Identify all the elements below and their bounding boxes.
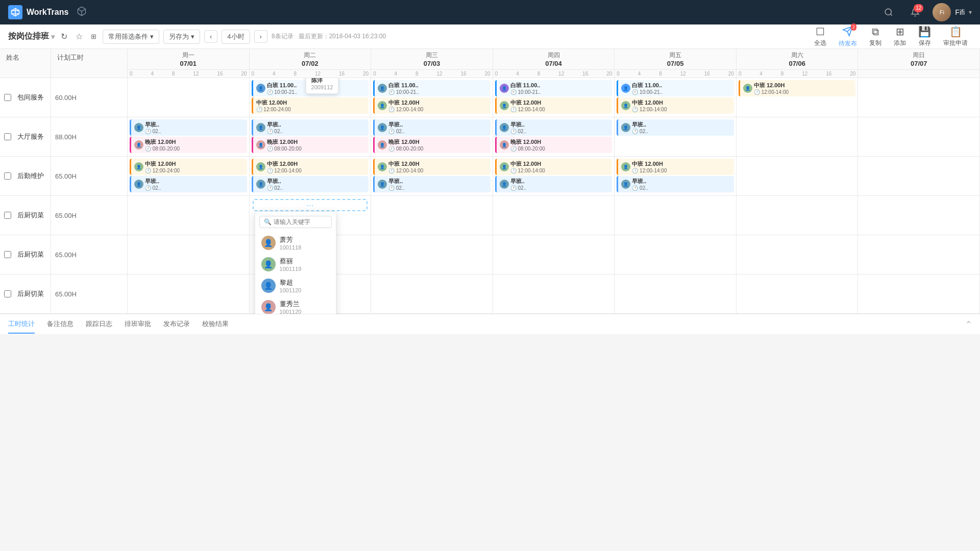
- day-cell-2-2[interactable]: 👤 中班 12.00H 🕛 12:00-14:00 👤 早班..: [371, 157, 493, 195]
- save-action[interactable]: 💾 保存: [914, 23, 935, 49]
- day-cell-1-3[interactable]: 👤 早班.. 🕐 02.. 👤 晚班 12.00H: [493, 117, 615, 156]
- tab-tracking[interactable]: 跟踪日志: [86, 315, 112, 334]
- day-cell-4-4[interactable]: [615, 235, 737, 274]
- day-cell-3-3[interactable]: [493, 196, 615, 235]
- shift-card[interactable]: 👤 早班.. 🕐 02..: [617, 176, 734, 192]
- employee-item-0[interactable]: 👤 萧芳 1001118: [255, 232, 336, 254]
- day-cell-5-2[interactable]: [371, 274, 493, 313]
- day-cell-2-6[interactable]: [858, 157, 980, 195]
- shift-card[interactable]: 👤 白班 11.00.. 🕙 10:00-21..: [617, 80, 734, 96]
- user-menu[interactable]: Fi Fifi ▾: [933, 3, 972, 21]
- day-cell-0-0[interactable]: [128, 78, 250, 117]
- day-cell-0-5[interactable]: 👤 中班 12.00H 🕛 12:00-14:00: [737, 78, 859, 117]
- shift-card[interactable]: 👤 早班.. 🕐 02..: [373, 119, 491, 136]
- pending-action[interactable]: 2 待发布: [835, 23, 861, 50]
- save-as-button[interactable]: 另存为 ▾: [163, 30, 200, 44]
- row-checkbox-3[interactable]: [0, 196, 15, 235]
- title-dropdown-arrow[interactable]: ▾: [51, 33, 55, 41]
- add-shift-button[interactable]: ···: [253, 199, 368, 211]
- day-cell-1-6[interactable]: [858, 117, 980, 156]
- tab-review[interactable]: 排班审批: [125, 315, 151, 334]
- day-cell-1-4[interactable]: 👤 早班.. 🕐 02..: [615, 117, 737, 156]
- day-cell-1-2[interactable]: 👤 早班.. 🕐 02.. 👤 晚班 12.00H: [371, 117, 493, 156]
- day-cell-5-3[interactable]: [493, 274, 615, 313]
- day-cell-3-5[interactable]: [737, 196, 859, 235]
- add-action[interactable]: ⊞ 添加: [890, 23, 910, 49]
- shift-card[interactable]: 👤 中班 12.00H 🕛 12:00-14:00: [252, 159, 369, 175]
- tab-worktime[interactable]: 工时统计: [8, 315, 35, 334]
- day-cell-3-4[interactable]: [615, 196, 737, 235]
- tab-remarks[interactable]: 备注信息: [47, 315, 74, 334]
- shift-card[interactable]: 👤 晚班 12.00H 🕗 08:00-20:00: [252, 137, 369, 153]
- shift-card[interactable]: 👤 早班.. 🕐 02..: [130, 119, 247, 136]
- tab-publish[interactable]: 发布记录: [163, 315, 190, 334]
- shift-card[interactable]: 👤 早班.. 🕐 02..: [495, 176, 612, 192]
- day-cell-4-3[interactable]: [493, 235, 615, 274]
- row-checkbox-5[interactable]: [0, 274, 15, 313]
- day-cell-4-2[interactable]: [371, 235, 493, 274]
- shift-card[interactable]: 👤 晚班 12.00H 🕗 08:00-20:00: [495, 137, 612, 153]
- checkbox-2[interactable]: [4, 172, 11, 180]
- checkbox-4[interactable]: [4, 251, 11, 258]
- day-cell-3-2[interactable]: [371, 196, 493, 235]
- day-cell-4-5[interactable]: [737, 235, 859, 274]
- day-cell-0-4[interactable]: 👤 白班 11.00.. 🕙 10:00-21.. 👤 中班 12.00H: [615, 78, 737, 117]
- day-cell-1-1[interactable]: 👤 早班.. 🕐 02.. 👤 晚班 12.00H: [250, 117, 372, 156]
- employee-item-2[interactable]: 👤 黎超 1001120: [255, 275, 336, 296]
- logo[interactable]: WorkTrans: [8, 5, 68, 19]
- day-cell-0-2[interactable]: 👤 白班 11.00.. 🕙 10:00-21.. 👤 中班 12.00H: [371, 78, 493, 117]
- shift-card[interactable]: 👤 中班 12.00H 🕛 12:00-14:00: [495, 159, 612, 175]
- select-all-action[interactable]: ☐ 全选: [810, 23, 830, 49]
- checkbox-5[interactable]: [4, 290, 11, 297]
- star-button[interactable]: ☆: [74, 30, 85, 43]
- copy-action[interactable]: ⧉ 复制: [865, 24, 886, 49]
- checkbox-3[interactable]: [4, 212, 11, 219]
- filter-button[interactable]: 常用筛选条件 ▾: [103, 30, 159, 44]
- shift-card[interactable]: 👤 中班 12.00H 🕛 12:00-14:00: [373, 97, 491, 114]
- shift-card[interactable]: 👤 中班 12.00H 🕛 12:00-14:00: [617, 97, 734, 114]
- expand-button[interactable]: ⌃: [965, 319, 972, 329]
- shift-card[interactable]: 👤 早班.. 🕐 02..: [617, 119, 734, 136]
- employee-search-input[interactable]: [274, 218, 327, 226]
- day-cell-1-5[interactable]: [737, 117, 859, 156]
- day-cell-5-6[interactable]: [858, 274, 980, 313]
- day-cell-0-1[interactable]: 👤 白班 11.00.. 🕙 10:00-21.. 中班 12.00H 🕛 12…: [250, 78, 372, 117]
- employee-item-3[interactable]: 👤 董秀兰 1001120: [255, 296, 336, 314]
- shift-card[interactable]: 👤 早班.. 🕐 02..: [252, 119, 369, 136]
- prev-time-button[interactable]: ‹: [204, 30, 217, 43]
- day-cell-5-4[interactable]: [615, 274, 737, 313]
- day-cell-2-0[interactable]: 👤 中班 12.00H 🕛 12:00-24:00 👤 早班..: [128, 157, 250, 195]
- row-checkbox-4[interactable]: [0, 235, 15, 274]
- shift-card[interactable]: 👤 中班 12.00H 🕛 12:00-14:00: [495, 97, 612, 114]
- shift-card[interactable]: 👤 晚班 12.00H 🕗 08:00-20:00: [130, 137, 247, 153]
- tab-validate[interactable]: 校验结果: [202, 315, 229, 334]
- review-action[interactable]: 📋 审批申请: [939, 23, 972, 49]
- shift-card[interactable]: 👤 中班 12.00H 🕛 12:00-24:00: [130, 159, 247, 175]
- time-range-button[interactable]: 4小时: [222, 30, 250, 44]
- search-button[interactable]: [879, 3, 898, 21]
- row-checkbox-1[interactable]: [0, 117, 15, 156]
- day-cell-3-1[interactable]: ··· 🔍 👤 萧芳 1001118: [250, 196, 372, 235]
- day-cell-0-6[interactable]: [858, 78, 980, 117]
- day-cell-2-5[interactable]: [737, 157, 859, 195]
- shift-card[interactable]: 👤 白班 11.00.. 🕙 10:00-21..: [495, 80, 612, 96]
- shift-card[interactable]: 👤 白班 11.00.. 🕙 10:00-21..: [373, 80, 491, 96]
- notification-button[interactable]: 12: [906, 3, 924, 21]
- next-time-button[interactable]: ›: [254, 30, 267, 43]
- day-cell-2-1[interactable]: 👤 中班 12.00H 🕛 12:00-14:00 👤 早班..: [250, 157, 372, 195]
- day-cell-2-3[interactable]: 👤 中班 12.00H 🕛 12:00-14:00 👤 早班..: [493, 157, 615, 195]
- checkbox-1[interactable]: [4, 133, 11, 140]
- shift-card[interactable]: 👤 晚班 12.00H 🕗 08:00-20:00: [373, 137, 491, 153]
- day-cell-1-0[interactable]: 👤 早班.. 🕐 02.. 👤 晚班 12.00H: [128, 117, 250, 156]
- shift-card[interactable]: 👤 中班 12.00H 🕛 12:00-14:00: [617, 159, 734, 175]
- day-cell-3-6[interactable]: [858, 196, 980, 235]
- row-checkbox-0[interactable]: [0, 78, 15, 117]
- day-cell-4-0[interactable]: [128, 235, 250, 274]
- day-cell-3-0[interactable]: [128, 196, 250, 235]
- day-cell-0-3[interactable]: 👤 白班 11.00.. 🕙 10:00-21.. 👤 中班 12.00H: [493, 78, 615, 117]
- shift-card[interactable]: 中班 12.00H 🕛 12:00-24:00: [252, 97, 369, 114]
- shift-card[interactable]: 👤 早班.. 🕐 02..: [495, 119, 612, 136]
- day-cell-2-4[interactable]: 👤 中班 12.00H 🕛 12:00-14:00 👤 早班..: [615, 157, 737, 195]
- row-checkbox-2[interactable]: [0, 157, 15, 195]
- shift-card[interactable]: 👤 早班.. 🕐 02..: [252, 176, 369, 192]
